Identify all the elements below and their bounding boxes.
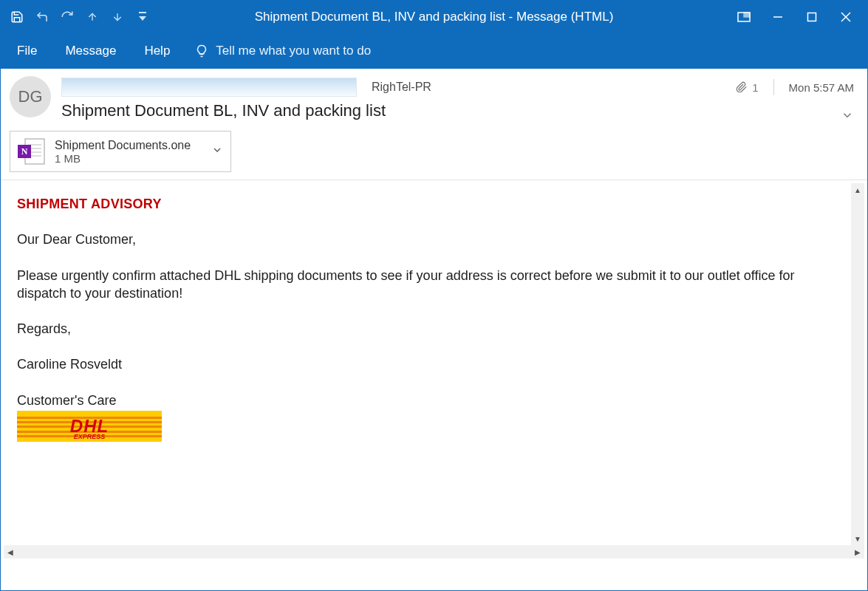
quick-access-toolbar [5,5,154,29]
vertical-scrollbar[interactable]: ▲ ▼ [851,183,864,545]
onenote-file-icon: N [16,136,47,167]
message-body-container: SHIPMENT ADVISORY Our Dear Customer, Ple… [4,183,864,558]
menu-bar: File Message Help Tell me what you want … [1,33,867,69]
paperclip-icon [736,80,748,95]
tell-me-placeholder: Tell me what you want to do [216,44,371,58]
attachment-filename: Shipment Documents.one [55,138,191,152]
message-timestamp: Mon 5:57 AM [789,81,854,94]
ribbon-display-icon[interactable] [727,3,761,31]
scroll-track[interactable] [17,545,851,558]
menu-message[interactable]: Message [55,39,126,63]
body-regards: Regards, [17,320,838,338]
attachment-tile[interactable]: N Shipment Documents.one 1 MB [10,131,231,172]
menu-help[interactable]: Help [134,39,180,63]
maximize-button[interactable] [795,3,829,31]
body-greeting: Our Dear Customer, [17,230,838,248]
attachment-bar: N Shipment Documents.one 1 MB [1,126,867,180]
svg-text:N: N [21,146,28,157]
minimize-button[interactable] [761,3,795,31]
tell-me-search[interactable]: Tell me what you want to do [188,39,378,63]
scroll-left-button[interactable]: ◀ [4,545,17,558]
undo-icon[interactable] [30,5,54,29]
attachment-indicator: 1 [736,80,758,95]
recipient-label: RighTel-PR [372,81,431,94]
save-icon[interactable] [5,5,29,29]
attachment-menu-button[interactable] [211,144,223,159]
svg-marker-3 [139,16,146,21]
redo-icon[interactable] [55,5,79,29]
close-button[interactable] [829,3,863,31]
menu-file[interactable]: File [7,39,47,63]
signature-role: Customer's Care [17,392,838,409]
previous-item-icon[interactable] [81,5,104,29]
dhl-logo: DHL EXPRESS [17,411,162,442]
attachment-count: 1 [752,81,758,94]
expand-header-button[interactable] [841,109,854,125]
signature-name: Caroline Rosveldt [17,355,838,373]
horizontal-scrollbar[interactable]: ◀ ▶ [4,545,864,558]
scroll-up-button[interactable]: ▲ [851,183,864,197]
message-subject: Shipment Document BL, INV and packing li… [61,101,736,120]
message-header: DG RighTel-PR Shipment Document BL, INV … [1,69,867,126]
advisory-heading: SHIPMENT ADVISORY [17,195,838,213]
attachment-size: 1 MB [55,152,191,165]
message-body[interactable]: SHIPMENT ADVISORY Our Dear Customer, Ple… [4,183,851,545]
customize-qat-icon[interactable] [131,5,154,29]
svg-rect-7 [808,13,816,21]
sender-address-redacted [61,78,357,97]
svg-rect-2 [139,12,146,13]
window-controls [727,3,863,31]
sender-avatar[interactable]: DG [10,76,51,117]
scroll-down-button[interactable]: ▼ [851,532,864,545]
scroll-right-button[interactable]: ▶ [851,545,864,558]
title-bar: Shipment Document BL, INV and packing li… [1,1,867,33]
svg-rect-5 [744,13,750,17]
dhl-logo-subtext: EXPRESS [74,433,106,440]
next-item-icon[interactable] [106,5,129,29]
divider [773,79,774,95]
body-paragraph: Please urgently confirm attached DHL shi… [17,267,838,303]
lightbulb-icon [195,44,208,58]
